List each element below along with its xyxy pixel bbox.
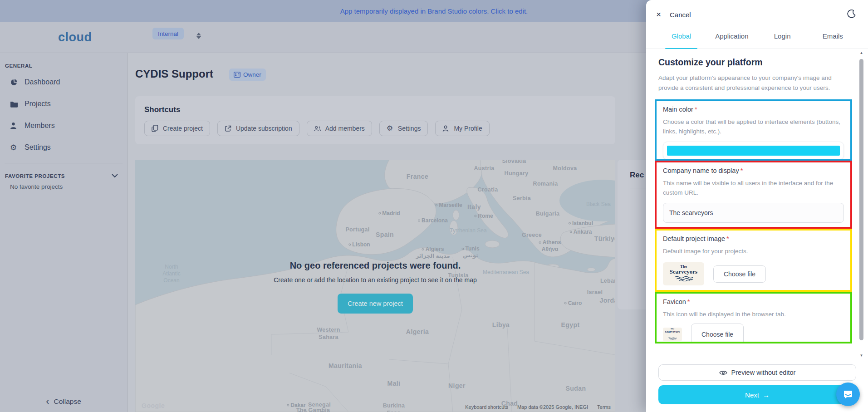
field-description: Default image for your projects. [663,246,844,256]
main-color-swatch [667,146,840,156]
field-label: Favicon* [663,298,844,305]
sidebar-item-dashboard[interactable]: Dashboard [0,71,127,93]
field-label: Company name to display* [663,167,844,174]
field-label: Default project image* [663,235,844,242]
scrollbar-down-arrow[interactable]: ▼ [858,353,864,358]
map-attribution: Keyboard shortcuts Map data ©2025 Google… [465,404,611,410]
sidebar-favorites-label: FAVORITE PROJECTS [5,173,65,179]
chevron-down-icon[interactable] [112,173,118,179]
required-mark: * [687,298,690,305]
chevron-left-icon: ‹ [46,398,49,405]
page-title: CYDIS Support [135,68,213,80]
sidebar-item-label: Dashboard [25,78,60,86]
section-default-project-image: Default project image*Default image for … [655,229,852,292]
panel-heading: Customize your platform [658,57,846,68]
next-button-label: Next [745,391,759,399]
sidebar-item-label: Projects [25,100,51,108]
main-color-swatch-input[interactable] [663,142,844,160]
map-empty-state: No geo referenced projects were found. C… [135,260,615,314]
shortcuts-title: Shortcuts [144,105,606,114]
sidebar-item-label: Settings [25,143,51,152]
sidebar-item-members[interactable]: Members [0,115,127,137]
section-main-color: Main color*Choose a color that will be a… [655,99,852,161]
dark-mode-moon-icon[interactable] [846,9,856,21]
sidebar-divider [5,163,123,163]
sidebar-favorites-header[interactable]: FAVORITE PROJECTS [5,173,127,179]
panel-description: Adapt your platform's appearance to your… [658,73,841,93]
banner-text[interactable]: App temporarily displayed in Brand Studi… [340,7,528,15]
default-project-image-choose-file-button[interactable]: Choose file [713,265,766,283]
tab-login[interactable]: Login [757,28,808,49]
panel-scrollbar[interactable]: ▲ ▼ [858,51,864,358]
waves-icon [674,275,694,283]
favicon-thumbnail: TheSearveyors [663,328,682,341]
update-subscription-button[interactable]: Update subscription [217,121,299,136]
folder-icon [10,100,18,108]
workspace-badge[interactable]: Internal [152,28,184,39]
panel-scroll-area[interactable]: Customize your platform Adapt your platf… [646,49,857,358]
copy-icon [152,125,159,132]
favicon-choose-file-button[interactable]: Choose file [691,324,744,343]
next-button[interactable]: Next → [658,385,856,404]
external-icon [225,125,232,132]
favorites-empty-text: No favorite projects [10,183,127,190]
users-icon [314,125,321,132]
scrollbar-thumb[interactable] [859,59,863,340]
panel-header: × Cancel [646,0,868,28]
gear-o-icon: ⚙ [387,125,394,132]
terms-link[interactable]: Terms [597,404,611,410]
thumbnail-logo-line2: Searveyors [665,330,680,334]
preview-without-editor-button[interactable]: Preview without editor [658,364,856,381]
shortcut-button-label: Add members [325,125,365,132]
app-logo: cloud [58,30,92,44]
person-o-icon [442,125,450,132]
map[interactable]: FranceAustriaSlovakiaHungaryMoldovaRoman… [135,160,615,412]
thumbnail-logo-line2: Searveyors [670,269,697,275]
cancel-button[interactable]: Cancel [670,11,691,19]
company-name-input[interactable] [663,203,844,223]
sidebar-item-projects[interactable]: Projects [0,93,127,115]
default-project-image-thumbnail: TheSearveyors [663,262,704,285]
gear-icon: ⚙ [10,143,18,152]
person-icon [10,122,18,130]
shortcuts-card: Shortcuts Create projectUpdate subscript… [135,96,615,144]
field-description: This icon will be displayed in the brows… [663,309,844,319]
tab-emails[interactable]: Emails [808,28,858,49]
my-profile-button[interactable]: My Profile [435,121,489,136]
eye-icon [719,370,727,376]
chat-launcher-button[interactable] [836,383,860,406]
preview-button-label: Preview without editor [731,369,796,376]
owner-badge: Owner [229,69,266,81]
required-mark: * [726,235,729,242]
sidebar-item-label: Members [25,122,55,130]
section-favicon: Favicon*This icon will be displayed in t… [655,292,852,343]
section-company-name: Company name to display*This name will b… [655,161,852,229]
create-project-button[interactable]: Create project [144,121,210,136]
pie-icon [10,78,18,86]
workspace-switcher-icon[interactable] [196,32,201,43]
scrollbar-up-arrow[interactable]: ▲ [858,51,864,55]
required-mark: * [695,106,697,113]
close-icon[interactable]: × [656,10,661,19]
add-members-button[interactable]: Add members [307,121,372,136]
shortcut-button-label: Settings [398,125,421,132]
collapse-button[interactable]: ‹ Collapse [0,397,127,406]
tab-global[interactable]: Global [656,28,706,49]
chat-icon [842,388,854,400]
tab-application[interactable]: Application [706,28,757,49]
shortcut-button-label: Create project [163,125,203,132]
sidebar: GENERAL DashboardProjectsMembers⚙Setting… [0,53,128,412]
create-new-project-button[interactable]: Create new project [338,294,413,314]
map-empty-subtitle: Create one or add the location to an exi… [135,276,615,284]
google-watermark: Google [142,402,165,409]
settings-button[interactable]: ⚙Settings [379,121,428,136]
field-label: Main color* [663,106,844,113]
field-description: This name will be visible to all users i… [663,178,844,197]
sidebar-item-settings[interactable]: ⚙Settings [0,137,127,158]
shortcut-button-label: Update subscription [236,125,292,132]
waves-icon [668,334,677,342]
required-mark: * [740,167,743,174]
keyboard-shortcuts-link[interactable]: Keyboard shortcuts [465,404,508,410]
map-empty-title: No geo referenced projects were found. [135,260,615,271]
sidebar-general-label: GENERAL [5,63,127,69]
